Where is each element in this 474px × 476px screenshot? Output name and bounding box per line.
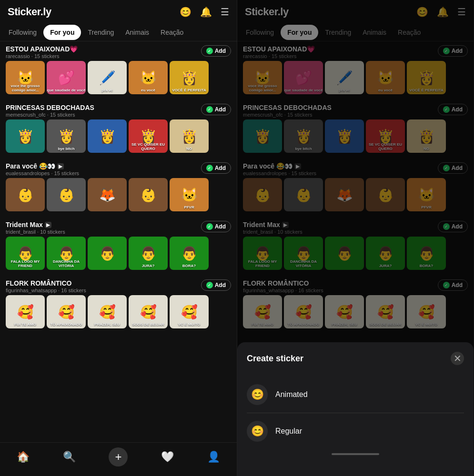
tab-following[interactable]: Following	[4, 24, 41, 41]
pack-subtitle: eualessandrolopes · 15 stickers	[6, 170, 79, 176]
sticker-thumb[interactable]: 💕que saudade de você	[47, 61, 86, 94]
modal-option-animated[interactable]: 😊Animated	[247, 377, 464, 413]
add-pack-button[interactable]: ✓Add	[201, 279, 231, 291]
add-pack-button[interactable]: ✓Add	[201, 162, 231, 174]
modal-option-label-animated: Animated	[275, 390, 308, 399]
nav-add-icon[interactable]: +	[109, 447, 128, 466]
sticker-label: TÔ APAIXONADO	[47, 322, 86, 327]
pack-info: ESTOU APAIXONAD💗rarecassio · 15 stickers	[6, 45, 78, 59]
sticker-pack: Para você 😂👀▶eualessandrolopes · 15 stic…	[6, 162, 231, 211]
sticker-thumb[interactable]: 👶	[6, 178, 45, 211]
sticker-label: JURA?	[129, 264, 168, 268]
whatsapp-icon: ✓	[206, 165, 213, 171]
sticker-thumb[interactable]: 👸NO	[170, 119, 209, 153]
sticker-thumb[interactable]: 🥰SODS DE BEIJAR	[129, 295, 168, 328]
video-icon: ▶	[57, 163, 64, 169]
pack-info: Trident Max▶trident_brasil · 10 stickers	[6, 221, 65, 235]
sticker-thumb[interactable]: 🦊	[88, 178, 127, 211]
sticker-thumb[interactable]: 👶	[129, 178, 168, 211]
add-pack-button[interactable]: ✓Add	[201, 221, 231, 232]
left-tabs: FollowingFor youTrendingAnimaisReação	[0, 24, 237, 41]
sticker-thumb[interactable]: 👸	[6, 119, 45, 153]
pack-subtitle: memescrush_ofc · 15 stickers	[6, 112, 94, 118]
tab-trending[interactable]: Trending	[83, 24, 119, 41]
sticker-thumb[interactable]: 👨JURA?	[129, 237, 168, 270]
pack-title: Trident Max▶	[6, 221, 65, 228]
sticker-label: PFVR	[170, 205, 209, 209]
stickers-row: 👨FALA LOGO MY FRIEND👨DANCINHA DA VITÓRIA…	[6, 237, 231, 270]
pack-title: PRINCESAS DEBOCHADAS	[6, 104, 94, 111]
tab-for-you[interactable]: For you	[43, 25, 81, 40]
sticker-thumb[interactable]: 🥰VC É MUITO	[170, 295, 209, 328]
pack-info: FLORK ROMÂNTICOfigurinhas_whatsappp · 16…	[6, 279, 86, 293]
modal-option-icon-animated: 😊	[247, 384, 268, 405]
stickers-row: 🐱voce lhe grosso comigo amor...💕que saud…	[6, 61, 231, 94]
sticker-emoji: 👶	[6, 178, 45, 211]
whatsapp-icon: ✓	[206, 223, 213, 230]
video-icon: ▶	[45, 222, 51, 228]
nav-profile-icon[interactable]: 👤	[207, 451, 220, 463]
nav-likes-icon[interactable]: 🤍	[161, 451, 174, 463]
sticker-thumb[interactable]: 🥰FUI TE AMO	[6, 295, 45, 328]
right-panel: Sticker.ly 😊 🔔 ☰ FollowingFor youTrendin…	[237, 0, 474, 476]
left-panel: Sticker.ly 😊 🔔 ☰ FollowingFor youTrendin…	[0, 0, 237, 476]
sticker-thumb[interactable]: 👸VOCÊ É PERFEITA	[170, 61, 209, 94]
left-header-icons: 😊 🔔 ☰	[180, 6, 229, 18]
sticker-label: VOCÊ É PERFEITA	[170, 88, 209, 92]
modal-title: Create sticker	[247, 354, 303, 364]
sticker-label: que saudade de você	[47, 88, 86, 92]
sticker-thumb[interactable]: 👸SE VC QUISER EU QUERO	[129, 119, 168, 153]
add-label: Add	[215, 282, 226, 288]
sticker-pack: ESTOU APAIXONAD💗rarecassio · 15 stickers…	[6, 45, 231, 94]
sticker-thumb[interactable]: 👸	[88, 119, 127, 153]
sticker-thumb[interactable]: 🥰TÔ APAIXONADO	[47, 295, 86, 328]
stickers-row: 👸👸bye bitch👸👸SE VC QUISER EU QUERO👸NO	[6, 119, 231, 153]
sticker-emoji: 👨	[88, 237, 127, 270]
pack-header: Para você 😂👀▶eualessandrolopes · 15 stic…	[6, 162, 231, 176]
menu-icon[interactable]: ☰	[221, 6, 229, 18]
nav-home-icon[interactable]: 🏠	[17, 451, 30, 463]
modal-overlay[interactable]: Create sticker ✕ 😊Animated😊Regular	[237, 0, 474, 476]
pack-title: ESTOU APAIXONAD💗	[6, 45, 78, 53]
add-pack-button[interactable]: ✓Add	[201, 45, 231, 57]
sticker-label: DANCINHA DA VITÓRIA	[47, 259, 86, 268]
left-logo: Sticker.ly	[8, 6, 51, 18]
pack-subtitle: rarecassio · 15 stickers	[6, 53, 78, 59]
sticker-emoji: 🦊	[88, 178, 127, 211]
sticker-thumb[interactable]: 👨DANCINHA DA VITÓRIA	[47, 237, 86, 270]
pack-title: Para você 😂👀▶	[6, 162, 79, 170]
left-header: Sticker.ly 😊 🔔 ☰	[0, 0, 237, 24]
sticker-thumb[interactable]: 🐱voce lhe grosso comigo amor...	[6, 61, 45, 94]
sticker-thumb[interactable]: 🥰PRAZER, SEU	[88, 295, 127, 328]
sticker-label: pra vc	[88, 88, 127, 92]
pack-header: PRINCESAS DEBOCHADASmemescrush_ofc · 15 …	[6, 104, 231, 118]
sticker-thumb[interactable]: 👨BORA?	[170, 237, 209, 270]
pack-subtitle: trident_brasil · 10 stickers	[6, 229, 65, 235]
sticker-label: SE VC QUISER EU QUERO	[129, 142, 168, 151]
tab-reação[interactable]: Reação	[156, 24, 188, 41]
sticker-emoji: 👶	[47, 178, 86, 211]
sticker-thumb[interactable]: 👶	[47, 178, 86, 211]
sticker-label: PRAZER, SEU	[88, 322, 127, 327]
bell-icon[interactable]: 🔔	[200, 6, 212, 18]
stickers-row: 🥰FUI TE AMO🥰TÔ APAIXONADO🥰PRAZER, SEU🥰SO…	[6, 295, 231, 328]
sticker-thumb[interactable]: 🐱eu você	[129, 61, 168, 94]
scroll-indicator	[332, 453, 379, 455]
add-pack-button[interactable]: ✓Add	[201, 104, 231, 115]
modal-close-button[interactable]: ✕	[451, 352, 464, 365]
sticker-emoji: 👸	[6, 119, 45, 153]
sticker-thumb[interactable]: 👸bye bitch	[47, 119, 86, 153]
modal-header: Create sticker ✕	[247, 352, 464, 365]
add-label: Add	[215, 165, 226, 171]
emoji-icon[interactable]: 😊	[180, 6, 192, 18]
pack-header: Trident Max▶trident_brasil · 10 stickers…	[6, 221, 231, 235]
sticker-thumb[interactable]: 👨	[88, 237, 127, 270]
sticker-thumb[interactable]: 👨FALA LOGO MY FRIEND	[6, 237, 45, 270]
sticker-label: BORA?	[170, 264, 209, 268]
pack-info: Para você 😂👀▶eualessandrolopes · 15 stic…	[6, 162, 79, 176]
sticker-thumb[interactable]: 🐱PFVR	[170, 178, 209, 211]
sticker-thumb[interactable]: 🖊️pra vc	[88, 61, 127, 94]
modal-option-regular[interactable]: 😊Regular	[247, 413, 464, 449]
tab-animais[interactable]: Animais	[121, 24, 154, 41]
nav-search-icon[interactable]: 🔍	[63, 451, 76, 463]
